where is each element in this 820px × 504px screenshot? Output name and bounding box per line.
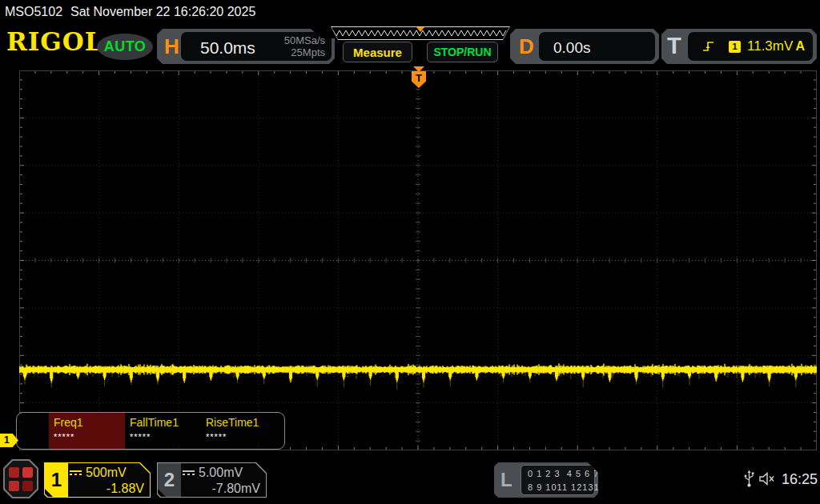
delay-panel[interactable]: D 0.00s [510, 29, 659, 64]
channel-2-readout: 5.00mV -7.80mV [183, 465, 260, 495]
channel-1-number: 1 [45, 463, 68, 497]
measurement-results-panel: Freq1 ***** FallTime1 ***** RiseTime1 **… [16, 412, 285, 450]
measurement-value: ***** [206, 432, 277, 442]
datetime-text: Sat November 22 16:26:20 2025 [70, 5, 255, 19]
channel-1-block[interactable]: 1 500mV -1.88V [44, 462, 151, 498]
channel-2-number: 2 [158, 463, 181, 497]
measurement-item-falltime1[interactable]: FallTime1 ***** [125, 413, 201, 449]
rigol-logo: RIGOL [6, 27, 103, 56]
channel-2-offset: -7.80mV [183, 481, 260, 497]
horizontal-timebase-panel[interactable]: H 50.0ms 50MSa/s 25Mpts [157, 29, 335, 64]
top-info-bar: MSO5102 Sat November 22 16:26:20 2025 [0, 0, 820, 24]
trigger-inner: 1 11.3mV A [688, 32, 813, 61]
channel-1-inner: 1 500mV -1.88V [45, 463, 150, 497]
waveform-preview-strip[interactable] [331, 26, 510, 40]
measurement-label: FallTime1 [130, 416, 201, 429]
model-name: MSO5102 [5, 5, 62, 19]
delay-value: 0.00s [553, 39, 590, 57]
measurement-value: ***** [130, 432, 201, 442]
logic-channels: 0 1 2 3 4 5 6 78 9 1011 12131415 [521, 465, 595, 495]
memory-depth: 25Mpts [284, 46, 325, 58]
sample-rate-block: 50MSa/s 25Mpts [284, 34, 325, 58]
measurement-value: ***** [54, 432, 125, 442]
preview-trigger-position-icon[interactable] [416, 27, 424, 32]
measurement-item-risetime1[interactable]: RiseTime1 ***** [201, 413, 277, 449]
quad-squares-icon [5, 461, 37, 497]
speaker-muted-icon[interactable] [759, 472, 777, 486]
horizontal-inner: 50.0ms 50MSa/s 25Mpts [181, 32, 332, 61]
trigger-sweep-mode: A [795, 39, 805, 54]
windows-menu-icon[interactable] [3, 459, 38, 498]
dc-coupling-icon [183, 470, 195, 475]
trigger-label: T [667, 33, 681, 59]
trigger-source-badge: 1 [729, 41, 741, 53]
stop-run-button[interactable]: STOP/RUN [427, 42, 498, 62]
oscilloscope-screen: MSO5102 Sat November 22 16:26:20 2025 RI… [0, 0, 820, 504]
graticule-display [19, 70, 817, 450]
clock-time: 16:25 [782, 471, 818, 488]
measure-button[interactable]: Measure [343, 42, 412, 62]
logic-row1: 0 1 2 3 4 5 6 7 [528, 469, 599, 478]
logic-row2: 8 9 1011 12131415 [528, 482, 617, 492]
trigger-panel[interactable]: T 1 11.3mV A [661, 29, 817, 64]
rising-edge-icon [702, 40, 716, 53]
logic-label: L [500, 469, 512, 491]
sample-rate: 50MSa/s [284, 34, 325, 46]
trigger-level-value: 11.3mV [747, 38, 793, 54]
channel-2-block[interactable]: 2 5.00mV -7.80mV [157, 462, 267, 498]
channel-1-scale: 500mV [86, 465, 127, 481]
measurement-label: RiseTime1 [206, 416, 277, 429]
channel-1-offset: -1.88V [70, 481, 144, 497]
horizontal-label: H [164, 34, 179, 59]
trigger-position-triangle-icon [413, 66, 424, 72]
dc-coupling-icon [70, 470, 82, 475]
measurement-item-freq1[interactable]: Freq1 ***** [49, 413, 125, 449]
channel-2-scale: 5.00mV [199, 465, 243, 481]
logic-analyzer-block[interactable]: L 0 1 2 3 4 5 6 78 9 1011 12131415 [494, 462, 598, 498]
timebase-value: 50.0ms [200, 38, 255, 58]
channel-1-readout: 500mV -1.88V [70, 465, 144, 495]
delay-inner: 0.00s [539, 32, 655, 61]
usb-icon [743, 470, 755, 488]
measurement-label: Freq1 [54, 416, 125, 429]
channel-2-inner: 2 5.00mV -7.80mV [158, 463, 266, 497]
delay-label: D [519, 34, 534, 59]
trigger-status-badge: AUTO [97, 34, 153, 60]
